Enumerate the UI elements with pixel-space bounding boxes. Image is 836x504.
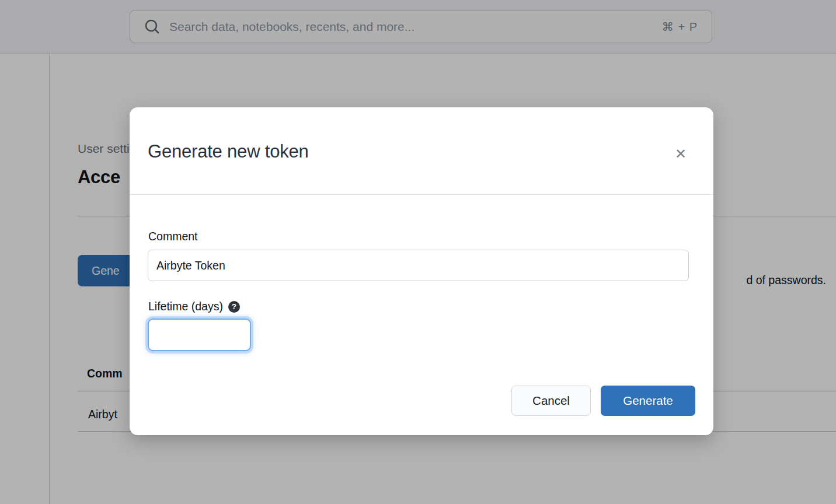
help-icon[interactable]: ? <box>228 301 240 313</box>
comment-input[interactable] <box>148 250 689 281</box>
comment-field-label: Comment <box>148 230 198 243</box>
dialog-header-divider <box>130 194 713 195</box>
lifetime-days-input[interactable] <box>148 318 251 351</box>
generate-new-token-dialog: Generate new token ✕ Comment Lifetime (d… <box>130 107 713 435</box>
generate-button[interactable]: Generate <box>601 386 695 416</box>
lifetime-field-label: Lifetime (days) ? <box>148 300 240 313</box>
close-icon[interactable]: ✕ <box>670 143 692 165</box>
cancel-button[interactable]: Cancel <box>511 386 591 416</box>
dialog-title: Generate new token <box>148 141 309 162</box>
lifetime-label-text: Lifetime (days) <box>148 300 223 313</box>
dialog-action-buttons: Cancel Generate <box>511 386 695 416</box>
app-window: ⌘ + P User settings › Developer › Acce P… <box>0 0 836 504</box>
